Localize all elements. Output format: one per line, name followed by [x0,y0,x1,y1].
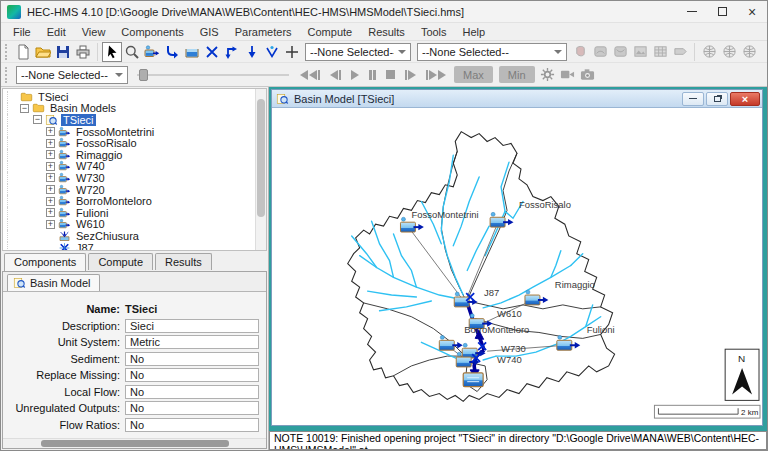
expand-icon[interactable]: + [46,185,55,194]
property-value[interactable]: No [125,418,259,432]
expand-icon[interactable]: + [46,220,55,229]
globe3-icon[interactable] [739,42,759,62]
compute-selector[interactable]: --None Selected-- [16,66,128,84]
tree-item-w740[interactable]: +W740 [7,161,255,173]
step-back-icon[interactable] [325,65,346,85]
scrollbar-thumb[interactable] [257,99,265,217]
expand-icon[interactable]: + [46,139,55,148]
property-value[interactable]: No [125,368,259,382]
expand-icon[interactable]: + [46,127,55,136]
pointer-tool-icon[interactable] [102,42,122,62]
basin-model-window-titlebar[interactable]: Basin Model [TSieci] × [272,90,762,108]
tree-item-rimaggio[interactable]: +Rimaggio [7,149,255,161]
property-value[interactable]: No [125,385,259,399]
map-layer2-icon[interactable] [610,42,630,62]
tree-item-tsieci[interactable]: −TSieci [7,114,255,126]
expand-icon[interactable]: + [46,162,55,171]
label-layer-icon[interactable] [670,42,690,62]
image-layer-icon[interactable] [630,42,650,62]
reach-tool-icon[interactable] [162,42,182,62]
window-restore-button[interactable] [706,92,728,106]
time-slider[interactable] [137,65,289,85]
tree-item-fulioni[interactable]: +Fulioni [7,207,255,219]
globe2-icon[interactable] [719,42,739,62]
tree-item-j87[interactable]: J87 [7,242,255,250]
hand-tool-icon[interactable] [570,42,590,62]
menu-help[interactable]: Help [455,26,494,38]
tree-item-basin models[interactable]: −Basin Models [7,103,255,115]
min-button[interactable]: Min [499,66,535,83]
save-icon[interactable] [53,42,73,62]
tree-item-w610[interactable]: +W610 [7,219,255,231]
tab-basin-model[interactable]: Basin Model [7,274,100,291]
window-close-button[interactable]: × [730,92,760,106]
crosshair-icon[interactable] [282,42,302,62]
tab-compute[interactable]: Compute [88,253,153,270]
menu-tools[interactable]: Tools [413,26,455,38]
tree-item-tsieci[interactable]: TSieci [7,91,255,103]
reservoir-tool-icon[interactable] [182,42,202,62]
skip-back-icon[interactable] [295,65,325,85]
tree-item-w730[interactable]: +W730 [7,172,255,184]
junction-tool-icon[interactable] [202,42,222,62]
menu-file[interactable]: File [5,26,39,38]
slider-handle[interactable] [139,69,148,81]
menu-parameters[interactable]: Parameters [227,26,300,38]
source-tool-icon[interactable] [242,42,262,62]
stop-icon[interactable] [381,65,400,85]
property-value[interactable]: Sieci [125,319,259,333]
expand-icon[interactable]: + [46,208,55,217]
tab-results[interactable]: Results [155,253,212,270]
toolbar-grip[interactable] [5,67,9,83]
menu-gis[interactable]: GIS [192,26,227,38]
property-value[interactable]: No [125,352,259,366]
expand-icon[interactable]: + [46,173,55,182]
tree-item-borromonteloro[interactable]: +BorroMonteloro [7,195,255,207]
pause-icon[interactable] [364,65,381,85]
tree-item-fossomontetrini[interactable]: +FossoMontetrini [7,126,255,138]
subbasin-element-icon[interactable] [490,212,513,227]
menu-components[interactable]: Components [113,26,191,38]
camera-icon[interactable] [578,65,598,85]
grid-layer-icon[interactable] [650,42,670,62]
layer-selector[interactable]: --None Selected-- [417,43,567,61]
property-value[interactable]: No [125,401,259,415]
minimize-button[interactable] [677,1,707,22]
editor-horizontal-scrollbar[interactable] [3,438,266,448]
subbasin-element-icon[interactable] [525,290,548,305]
sink-tool-icon[interactable] [262,42,282,62]
tree-item-sezchiusura[interactable]: SezChiusura [7,230,255,242]
map-layer-icon[interactable] [590,42,610,62]
settings-gear-icon[interactable] [538,65,558,85]
menu-view[interactable]: View [74,26,114,38]
collapse-icon[interactable]: − [20,104,29,113]
diversion-tool-icon[interactable] [222,42,242,62]
open-folder-icon[interactable] [33,42,53,62]
collapse-icon[interactable]: − [33,115,42,124]
fast-forward-icon[interactable] [421,65,451,85]
element-selector[interactable]: --None Selected-- [305,43,411,61]
menu-edit[interactable]: Edit [39,26,74,38]
tree-vertical-scrollbar[interactable] [255,89,266,250]
menu-results[interactable]: Results [360,26,413,38]
expand-icon[interactable]: + [46,197,55,206]
new-file-icon[interactable] [13,42,33,62]
basin-map-canvas[interactable]: N 2 km FossoMontetriniFossoRisaloJ87Rima… [272,108,762,425]
tree-item-w720[interactable]: +W720 [7,184,255,196]
subbasin-tool-icon[interactable] [142,42,162,62]
sink-sezchiusura-icon[interactable] [463,373,483,387]
tree-item-fossorisalo[interactable]: +FossoRisalo [7,137,255,149]
expand-icon[interactable]: + [46,150,55,159]
print-icon[interactable] [73,42,93,62]
toolbar-grip[interactable] [5,44,9,60]
zoom-tool-icon[interactable] [122,42,142,62]
property-value[interactable]: Metric [125,335,259,349]
maximize-button[interactable] [707,1,737,22]
subbasin-element-icon[interactable] [439,335,462,350]
close-button[interactable]: × [737,1,767,22]
menu-compute[interactable]: Compute [300,26,361,38]
video-capture-icon[interactable] [558,65,578,85]
globe-icon[interactable] [699,42,719,62]
play-icon[interactable] [346,65,364,85]
tab-components[interactable]: Components [4,253,86,271]
